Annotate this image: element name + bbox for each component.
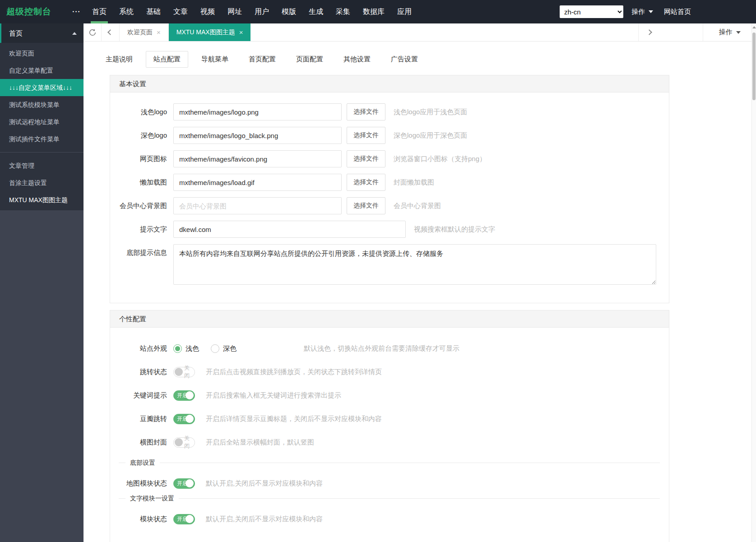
topnav-item-database[interactable]: 数据库	[357, 0, 390, 23]
scrollbar-thumb[interactable]	[752, 32, 756, 100]
choose-file-button[interactable]: 选择文件	[347, 174, 385, 191]
sidebar-item-test-remote-address-menu[interactable]: 测试远程地址菜单	[0, 113, 83, 130]
topnav-item-url[interactable]: 网址	[222, 0, 248, 23]
window-tab-welcome[interactable]: 欢迎页面 ×	[120, 23, 169, 41]
form-row-member-center-bg: 会员中心背景图 选择文件 会员中心背景图	[110, 197, 669, 214]
close-icon[interactable]: ×	[239, 28, 243, 36]
field-hint: 开启后点击视频直接跳到播放页，关闭状态下跳转到详情页	[206, 368, 382, 376]
topnav-item-template[interactable]: 模版	[276, 0, 302, 23]
field-label: 模块状态	[119, 515, 173, 523]
toggle-knob	[186, 391, 194, 399]
sidebar-menu: 首页 欢迎页面 自定义菜单配置 ↓↓↓自定义菜单区域↓↓↓ 测试系统模块菜单 测…	[0, 23, 83, 210]
topnav-item-generate[interactable]: 生成	[303, 0, 329, 23]
topnav-item-video[interactable]: 视频	[195, 0, 221, 23]
field-label: 会员中心背景图	[110, 202, 173, 210]
choose-file-button[interactable]: 选择文件	[347, 127, 385, 144]
field-label: 站点外观	[110, 344, 173, 353]
prompt-text-input[interactable]	[173, 221, 406, 238]
tab-nav-menu[interactable]: 导航菜单	[194, 51, 236, 67]
sidebar-item-custom-menu-config[interactable]: 自定义菜单配置	[0, 62, 83, 79]
favicon-input[interactable]	[173, 150, 342, 167]
map-module-toggle-on[interactable]: 开启	[173, 478, 195, 489]
sidebar-item-test-system-module-menu[interactable]: 测试系统模块菜单	[0, 96, 83, 113]
form-row-douban-jump: 豆瓣跳转 开启 开启后详情页显示豆瓣标题，关闭后不显示对应模块和内容	[110, 410, 669, 427]
tab-other-settings[interactable]: 其他设置	[336, 51, 378, 67]
choose-file-button[interactable]: 选择文件	[347, 197, 385, 214]
tab-home-config[interactable]: 首页配置	[241, 51, 283, 67]
sidebar-group-2: 文章管理 首涂主题设置 MXTU MAX图图主题	[0, 155, 83, 210]
field-hint: 视频搜索框默认的提示文字	[414, 225, 495, 234]
refresh-button[interactable]	[83, 23, 102, 41]
topnav-item-article[interactable]: 文章	[167, 0, 194, 23]
tab-scroll-left-button[interactable]	[102, 23, 120, 41]
form-row-dark-logo: 深色logo 选择文件 深色logo应用于深色页面	[110, 127, 669, 144]
douban-jump-toggle-on[interactable]: 开启	[173, 414, 195, 424]
fieldset-text-module-1-settings: 文字模块一设置 模块状态 开启 默认开启,关闭后不显示对应模块和内容	[119, 498, 660, 528]
window-tab-mxtu-theme[interactable]: MXTU MAX图图主题 ×	[169, 23, 251, 41]
tab-theme-description[interactable]: 主题说明	[98, 51, 140, 67]
close-icon[interactable]: ×	[157, 28, 161, 36]
keyword-tip-toggle-on[interactable]: 开启	[173, 390, 195, 401]
field-hint: 浏览器窗口小图标（支持png）	[394, 155, 486, 163]
scrollbar-up-arrow-icon[interactable]	[752, 26, 756, 28]
chevron-left-icon	[107, 29, 113, 35]
member-center-bg-input[interactable]	[173, 197, 342, 214]
choose-file-button[interactable]: 选择文件	[347, 103, 385, 120]
main-layout: 首页 欢迎页面 自定义菜单配置 ↓↓↓自定义菜单区域↓↓↓ 测试系统模块菜单 测…	[0, 23, 756, 542]
tab-action-dropdown[interactable]: 操作	[703, 23, 756, 41]
sidebar-item-mxtu-theme[interactable]: MXTU MAX图图主题	[0, 191, 83, 208]
sidebar-item-shoutu-theme-settings[interactable]: 首涂主题设置	[0, 174, 83, 191]
sidebar-item-test-plugin-file-menu[interactable]: 测试插件文件菜单	[0, 130, 83, 148]
topnav-item-user[interactable]: 用户	[249, 0, 275, 23]
radio-light-selected[interactable]	[173, 344, 182, 353]
dark-logo-input[interactable]	[173, 127, 342, 144]
tab-page-config[interactable]: 页面配置	[289, 51, 330, 67]
topbar-action-dropdown[interactable]: 操作	[631, 8, 653, 16]
field-hint: 开启后全站显示横幅封面，默认竖图	[206, 438, 314, 447]
panel-body: 浅色logo 选择文件 浅色logo应用于浅色页面 深色logo 选择文件 深色…	[110, 93, 669, 303]
fieldset-legend: 文字模块一设置	[125, 495, 179, 503]
text-module-toggle-on[interactable]: 开启	[173, 514, 195, 524]
appearance-radio-group: 浅色 深色	[173, 344, 304, 353]
field-label: 关键词提示	[110, 391, 173, 400]
more-menu-icon[interactable]: •••	[68, 0, 86, 23]
choose-file-button[interactable]: 选择文件	[347, 150, 385, 167]
topnav-item-system[interactable]: 系统	[113, 0, 139, 23]
tab-ad-settings[interactable]: 广告设置	[384, 51, 425, 67]
radio-dark[interactable]	[211, 344, 219, 353]
refresh-icon	[88, 28, 97, 37]
form-row-map-module-state: 地图模块状态 开启 默认开启,关闭后不显示对应模块和内容	[119, 475, 660, 492]
field-hint: 默认开启,关闭后不显示对应模块和内容	[206, 479, 323, 488]
fieldset-footer-settings: 底部设置 地图模块状态 开启 默认开启,关闭后不显示对应模块和内容	[119, 463, 660, 492]
footer-notice-textarea[interactable]: 本站所有内容均来自互联网分享站点所提供的公开引用资源，未提供资源上传、存储服务	[173, 244, 656, 285]
lazyload-image-input[interactable]	[173, 174, 342, 191]
field-label: 跳转状态	[110, 368, 173, 376]
field-label: 豆瓣跳转	[110, 415, 173, 423]
jump-state-toggle-off[interactable]: 关闭	[173, 367, 195, 377]
sidebar-header-home[interactable]: 首页	[0, 23, 83, 43]
topnav-item-basic[interactable]: 基础	[140, 0, 167, 23]
landscape-cover-toggle-off[interactable]: 关闭	[173, 437, 195, 448]
tab-scroll-right-button[interactable]	[638, 23, 660, 41]
content-area: 欢迎页面 × MXTU MAX图图主题 × 操作	[83, 23, 756, 542]
field-label: 横图封面	[110, 438, 173, 447]
tab-site-config[interactable]: 站点配置	[146, 51, 188, 68]
form-row-jump-state: 跳转状态 关闭 开启后点击视频直接跳到播放页，关闭状态下跳转到详情页	[110, 363, 669, 380]
topbar: 超级控制台 ••• 首页 系统 基础 文章 视频 网址 用户 模版 生成 采集 …	[0, 0, 756, 23]
form-row-module-state: 模块状态 开启 默认开启,关闭后不显示对应模块和内容	[119, 510, 660, 528]
sidebar: 首页 欢迎页面 自定义菜单配置 ↓↓↓自定义菜单区域↓↓↓ 测试系统模块菜单 测…	[0, 23, 83, 542]
topnav-item-home[interactable]: 首页	[86, 0, 112, 23]
sidebar-item-article-manage[interactable]: 文章管理	[0, 157, 83, 174]
light-logo-input[interactable]	[173, 103, 342, 120]
site-home-link[interactable]: 网站首页	[664, 8, 691, 16]
sidebar-item-welcome[interactable]: 欢迎页面	[0, 45, 83, 62]
panel-body: 站点外观 浅色 深色 默认浅色，切换站点外观前台需要清除缓存才可显示 跳转状态	[110, 328, 669, 542]
topnav-item-app[interactable]: 应用	[391, 0, 417, 23]
vertical-scrollbar[interactable]	[751, 23, 756, 542]
topnav-item-collect[interactable]: 采集	[330, 0, 356, 23]
toggle-knob	[175, 368, 183, 376]
field-label: 深色logo	[110, 131, 173, 140]
language-select[interactable]: zh-cn	[560, 5, 623, 18]
sidebar-item-custom-menu-area[interactable]: ↓↓↓自定义菜单区域↓↓↓	[0, 79, 83, 96]
toggle-knob	[175, 438, 183, 446]
